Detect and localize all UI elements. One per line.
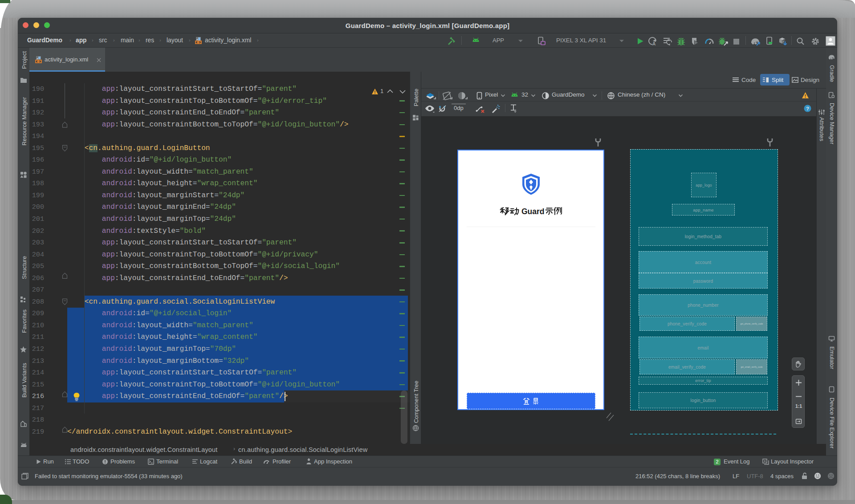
svg-text:Guard: Guard bbox=[521, 207, 545, 216]
svg-text:A: A bbox=[652, 41, 656, 46]
svg-text:?: ? bbox=[806, 106, 809, 111]
